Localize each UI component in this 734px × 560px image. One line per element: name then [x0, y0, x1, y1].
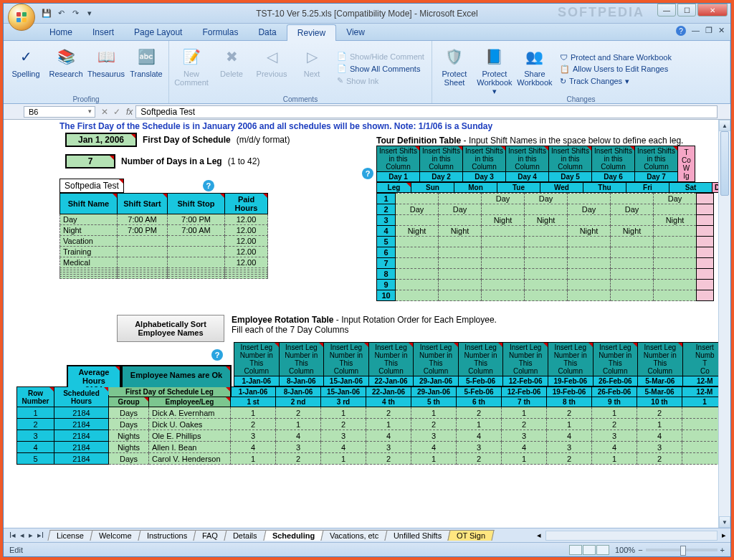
- previous-comment-button[interactable]: ◁Previous: [254, 42, 290, 95]
- minimize-doc-icon[interactable]: —: [692, 26, 700, 36]
- worksheet-area[interactable]: The First Day of the Schedule is in Janu…: [4, 120, 730, 528]
- tab-home[interactable]: Home: [39, 24, 82, 40]
- nav-prev-icon[interactable]: ◂: [19, 531, 26, 540]
- nav-last-icon[interactable]: ▸I: [36, 531, 45, 540]
- tour-table[interactable]: Insert Shifts in this Column Insert Shif…: [376, 146, 695, 182]
- tab-view[interactable]: View: [336, 24, 375, 40]
- group-label-changes: Changes: [432, 95, 730, 103]
- accept-formula-icon[interactable]: ✓: [112, 107, 122, 117]
- translate-button[interactable]: 🔤Translate: [128, 42, 164, 95]
- scroll-down-icon[interactable]: ▼: [719, 516, 730, 528]
- close-button[interactable]: ✕: [697, 4, 728, 16]
- tour-rows[interactable]: Leg SunMonTueWedThuFriSat Dor: [376, 182, 730, 193]
- protect-share-button[interactable]: 🛡 Protect and Share Workbook: [557, 52, 675, 62]
- spelling-button[interactable]: ✓Spelling: [8, 42, 44, 95]
- fx-icon[interactable]: fx: [126, 107, 133, 117]
- view-buttons[interactable]: [569, 545, 609, 555]
- hscroll-right-icon[interactable]: ▸: [718, 531, 730, 540]
- show-all-comments-button[interactable]: 📄 Show All Comments: [334, 63, 427, 74]
- restore-doc-icon[interactable]: ❐: [705, 26, 712, 36]
- save-icon[interactable]: 💾: [41, 8, 52, 19]
- first-day-hint: (m/d/y format): [237, 135, 290, 145]
- tab-data[interactable]: Data: [248, 24, 286, 40]
- protect-sheet-button[interactable]: 🛡️Protect Sheet: [437, 42, 472, 96]
- cancel-formula-icon[interactable]: ✕: [100, 107, 110, 117]
- num-days-input[interactable]: 7: [65, 154, 115, 169]
- ribbon-tabs: Home Insert Page Layout Formulas Data Re…: [4, 24, 730, 41]
- undo-icon[interactable]: ↶: [55, 8, 67, 19]
- name-box[interactable]: B6: [24, 106, 95, 118]
- employee-rotation-table[interactable]: Insert Leg Number in This ColumnInsert L…: [234, 342, 728, 386]
- app-window: 💾 ↶ ↷ ▾ TST-10 Ver 5.25.xls [Compatibili…: [3, 3, 731, 557]
- zoom-in-icon[interactable]: +: [720, 546, 725, 554]
- status-bar: Edit 100% − +: [4, 542, 730, 556]
- shift-col-stop: Shift Stop: [168, 194, 225, 214]
- qa-dropdown-icon[interactable]: ▾: [84, 8, 95, 19]
- zoom-slider[interactable]: [646, 549, 718, 551]
- help-icon[interactable]: ?: [362, 168, 373, 179]
- employee-main-table[interactable]: Row NumberScheduled HoursFirst Day of Sc…: [16, 386, 728, 465]
- show-ink-button: ✎ Show Ink: [334, 75, 427, 86]
- next-comment-button[interactable]: ▷Next: [294, 42, 330, 95]
- group-label-proofing: Proofing: [4, 95, 168, 103]
- redo-icon[interactable]: ↷: [70, 8, 81, 19]
- sheet-tab[interactable]: Scheduling: [263, 530, 323, 541]
- first-day-input[interactable]: Jan 1, 2006: [65, 133, 137, 147]
- sheet-tab[interactable]: Welcome: [90, 530, 140, 541]
- ribbon-group-proofing: ✓Spelling 📚Research 📖Thesaurus 🔤Translat…: [4, 41, 169, 103]
- svg-rect-3: [22, 18, 27, 22]
- shift-table[interactable]: Shift Name Shift Start Shift Stop Paid H…: [59, 193, 268, 279]
- scroll-thumb[interactable]: [720, 131, 729, 196]
- sheet-tab[interactable]: Vacations, etc: [320, 530, 387, 541]
- track-changes-button[interactable]: ↻ Track Changes ▾: [557, 76, 675, 87]
- zoom-out-icon[interactable]: −: [638, 546, 642, 554]
- schedule-note: The First Day of the Schedule is in Janu…: [59, 121, 728, 131]
- help-icon[interactable]: ?: [211, 349, 223, 361]
- formula-input[interactable]: Softpedia Test: [135, 105, 718, 118]
- tab-review[interactable]: Review: [287, 24, 336, 41]
- share-workbook-button[interactable]: 👥Share Workbook: [517, 42, 553, 96]
- sheet-tab[interactable]: Details: [224, 530, 266, 541]
- first-day-label: First Day of Schedule: [143, 135, 231, 145]
- protect-workbook-button[interactable]: 📘Protect Workbook▾: [477, 42, 513, 96]
- nav-first-icon[interactable]: I◂: [8, 531, 17, 540]
- num-days-label: Number of Days in a Leg: [121, 156, 222, 166]
- allow-edit-ranges-button[interactable]: 📋 Allow Users to Edit Ranges: [557, 64, 675, 75]
- sheet-tab[interactable]: Unfilled Shifts: [385, 530, 451, 541]
- hscroll-left-icon[interactable]: ◂: [533, 531, 545, 540]
- watermark: SOFTPEDIA: [558, 5, 644, 20]
- help-icon[interactable]: ?: [203, 180, 214, 191]
- svg-rect-2: [16, 18, 21, 22]
- scroll-up-icon[interactable]: ▲: [719, 120, 730, 131]
- maximize-button[interactable]: ☐: [677, 4, 696, 16]
- help-icon[interactable]: ?: [676, 26, 686, 36]
- status-mode: Edit: [9, 546, 23, 554]
- office-button[interactable]: [8, 4, 35, 31]
- sort-button[interactable]: Alphabetically Sort Employee Names: [117, 315, 224, 342]
- tab-insert[interactable]: Insert: [82, 24, 124, 40]
- thesaurus-button[interactable]: 📖Thesaurus: [88, 42, 124, 95]
- tour-body[interactable]: 1DayDayDay2DayDayDayDay3NightNightNight4…: [376, 193, 714, 301]
- rotation-title: Employee Rotation Table - Input Rotation…: [232, 315, 497, 325]
- sheet-tab[interactable]: OT Sign: [448, 530, 495, 541]
- nav-next-icon[interactable]: ▸: [27, 531, 34, 540]
- shift-col-start: Shift Start: [118, 194, 168, 214]
- sheet-tab[interactable]: Instructions: [138, 530, 196, 541]
- vertical-scrollbar[interactable]: ▲ ▼: [718, 120, 730, 528]
- sheet-tab[interactable]: FAQ: [193, 530, 227, 541]
- minimize-button[interactable]: —: [657, 4, 676, 16]
- group-label-comments: Comments: [169, 95, 432, 103]
- tour-title: Tour Definition Table - Input Shift Name…: [376, 136, 683, 146]
- tab-formulas[interactable]: Formulas: [192, 24, 248, 40]
- close-doc-icon[interactable]: ✕: [718, 26, 725, 36]
- shift-col-name: Shift Name: [60, 194, 118, 214]
- title-bar: 💾 ↶ ↷ ▾ TST-10 Ver 5.25.xls [Compatibili…: [4, 4, 730, 24]
- shift-title[interactable]: Softpedia Test: [59, 179, 124, 193]
- sheet-tab[interactable]: License: [48, 530, 93, 541]
- tab-page-layout[interactable]: Page Layout: [124, 24, 192, 40]
- svg-rect-1: [22, 12, 27, 16]
- zoom-control[interactable]: 100% − +: [615, 546, 725, 554]
- new-comment-button[interactable]: 📝New Comment: [173, 42, 209, 95]
- rotation-fill-note: Fill each of the 7 Day Columns: [232, 325, 497, 335]
- research-button[interactable]: 📚Research: [48, 42, 84, 95]
